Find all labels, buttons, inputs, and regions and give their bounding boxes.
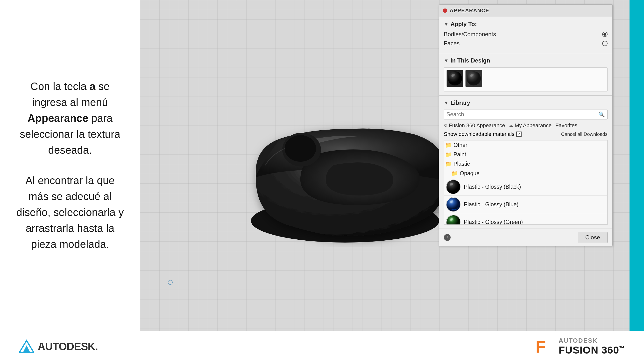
apply-arrow: ▼ (444, 21, 449, 27)
in-this-design-header: ▼ In This Design (444, 57, 608, 64)
fusion-product-label: FUSION 360™ (559, 344, 625, 356)
cancel-downloads-label[interactable]: Cancel all Downloads (561, 131, 608, 137)
library-content: 📁 Other 📁 Paint 📁 Plastic (444, 140, 608, 225)
panel-header: APPEARANCE (439, 4, 612, 17)
apply-to-section: ▼ Apply To: Bodies/Components Faces (439, 17, 612, 53)
swatch-1-svg (447, 70, 463, 87)
library-header: ▼ Library (444, 99, 608, 106)
svg-point-6 (446, 180, 460, 194)
folder-paint-icon: 📁 (445, 152, 452, 158)
fusion-autodesk-label: AUTODESK (559, 337, 625, 344)
info-icon[interactable]: i (444, 234, 450, 241)
left-text-content: Con la tecla a se ingresa al menú Appear… (14, 78, 126, 252)
folder-other[interactable]: 📁 Other (444, 140, 607, 150)
object-inner-panel (326, 162, 393, 195)
viewport[interactable]: APPEARANCE ▼ Apply To: Bodies/Components… (140, 0, 630, 331)
fusion-logo: F AUTODESK FUSION 360™ (536, 337, 625, 356)
autodesk-name: AUTODESK. (38, 341, 98, 353)
faces-label: Faces (444, 40, 460, 47)
panel-footer: i Close (439, 229, 612, 246)
cloud-icon: ☁ (509, 123, 513, 128)
faces-radio[interactable] (602, 41, 608, 46)
swatch-glossy-green (446, 215, 460, 225)
search-icon: 🔍 (598, 111, 605, 118)
fusion-text-block: AUTODESK FUSION 360™ (559, 337, 625, 356)
folder-plastic-label: Plastic (454, 161, 470, 167)
svg-point-10 (446, 215, 460, 225)
folder-other-icon: 📁 (445, 142, 452, 148)
apply-to-label: Apply To: (450, 21, 477, 27)
autodesk-logo: AUTODESK. (19, 339, 98, 354)
object-left-cutout-inner (285, 135, 316, 162)
bottom-bar: AUTODESK. F AUTODESK FUSION 360™ (0, 331, 644, 362)
mat1-label: Plastic - Glossy (Black) (464, 184, 521, 190)
favorites-label: Favorites (556, 122, 577, 129)
folder-paint[interactable]: 📁 Paint (444, 150, 607, 159)
swatches-area (444, 67, 608, 91)
swatch-2[interactable] (465, 70, 482, 87)
tab-fusion[interactable]: ↻ Fusion 360 Appearance (444, 122, 505, 129)
coord-indicator (168, 280, 173, 285)
material-glossy-green[interactable]: Plastic - Glossy (Green) (444, 213, 607, 225)
design-arrow: ▼ (444, 58, 449, 63)
folder-plastic[interactable]: 📁 Plastic (444, 159, 607, 169)
svg-marker-15 (23, 345, 30, 353)
paragraph-2: Al encontrar la que más se adecué al dis… (14, 173, 126, 252)
mat3-label: Plastic - Glossy (Green) (464, 219, 523, 225)
folder-opaque-icon: 📁 (451, 170, 458, 177)
main-area: Con la tecla a se ingresa al menú Appear… (0, 0, 644, 331)
teal-strip (630, 0, 644, 331)
search-input[interactable] (446, 111, 598, 118)
in-this-design-section: ▼ In This Design (439, 53, 612, 96)
faces-row: Faces (444, 40, 608, 47)
apply-to-header: ▼ Apply To: (444, 21, 608, 27)
appearance-panel: APPEARANCE ▼ Apply To: Bodies/Components… (439, 4, 612, 246)
bodies-row: Bodies/Components (444, 31, 608, 38)
panel-title: APPEARANCE (450, 7, 489, 14)
3d-object-svg (236, 81, 454, 250)
library-tabs: ↻ Fusion 360 Appearance ☁ My Appearance … (444, 122, 608, 129)
folder-plastic-icon: 📁 (445, 161, 452, 167)
fusion-f-icon: F (536, 338, 555, 355)
mat2-label: Plastic - Glossy (Blue) (464, 201, 518, 208)
swatch-glossy-blue (446, 197, 460, 212)
swatch-1[interactable] (446, 70, 464, 87)
library-label: Library (450, 99, 470, 106)
show-downloads-checkbox[interactable]: ✓ (516, 131, 522, 137)
fusion-tab-label: Fusion 360 Appearance (449, 122, 505, 129)
folder-opaque-label: Opaque (460, 170, 480, 177)
tab-favorites[interactable]: Favorites (556, 122, 577, 129)
autodesk-triangle-icon (19, 339, 34, 354)
refresh-icon: ↻ (444, 123, 448, 128)
panel-close-dot[interactable] (443, 8, 447, 13)
bodies-label: Bodies/Components (444, 31, 496, 38)
folder-opaque[interactable]: 📁 Opaque (444, 169, 607, 178)
tab-my-appearance[interactable]: ☁ My Appearance (509, 122, 552, 129)
close-button[interactable]: Close (578, 232, 608, 243)
swatch-glossy-black (446, 180, 460, 194)
in-this-design-label: In This Design (450, 57, 490, 64)
left-panel: Con la tecla a se ingresa al menú Appear… (0, 0, 140, 331)
my-appearance-label: My Appearance (514, 122, 552, 129)
material-glossy-black[interactable]: Plastic - Glossy (Black) (444, 178, 607, 196)
show-downloads-label: Show downloadable materials (444, 131, 514, 137)
bodies-radio[interactable] (602, 32, 608, 37)
paragraph-1: Con la tecla a se ingresa al menú Appear… (14, 78, 126, 158)
show-downloads-row: Show downloadable materials ✓ Cancel all… (444, 131, 608, 137)
folder-paint-label: Paint (454, 151, 466, 158)
folder-other-label: Other (454, 142, 468, 148)
material-glossy-blue[interactable]: Plastic - Glossy (Blue) (444, 196, 607, 213)
svg-point-1 (448, 71, 462, 85)
material-list: 📁 Other 📁 Paint 📁 Plastic (444, 140, 607, 225)
svg-text:F: F (536, 338, 546, 355)
swatch-2-svg (466, 70, 482, 87)
library-section: ▼ Library 🔍 ↻ Fusion 360 Appearance ☁ (439, 96, 612, 229)
svg-point-4 (467, 71, 481, 85)
search-bar: 🔍 (444, 110, 608, 119)
library-arrow: ▼ (444, 100, 449, 106)
